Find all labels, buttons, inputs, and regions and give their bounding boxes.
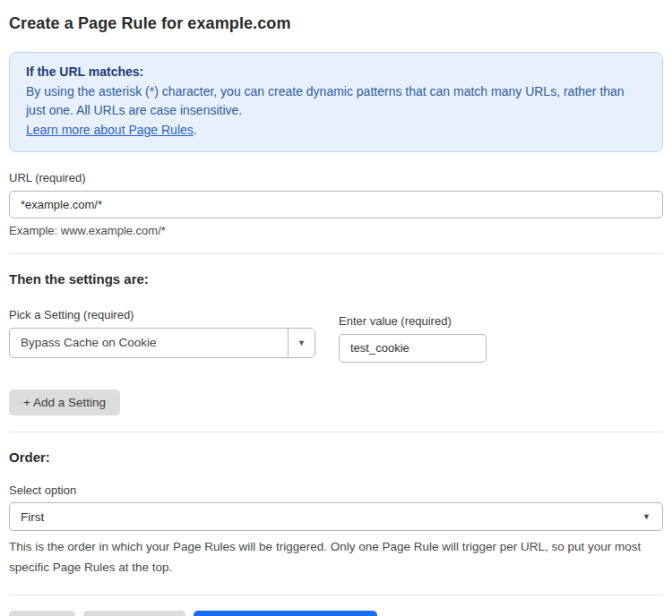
setting-value-input[interactable] (339, 334, 487, 363)
enter-value-column: Enter value (required) (339, 314, 487, 363)
settings-section-heading: Then the settings are: (9, 271, 663, 287)
setting-dropdown[interactable]: Bypass Cache on Cookie ▼ (9, 328, 315, 358)
chevron-down-icon[interactable]: ▼ (288, 329, 314, 357)
info-box-link-line: Learn more about Page Rules. (26, 121, 646, 141)
settings-row: Pick a Setting (required) Bypass Cache o… (9, 308, 663, 363)
url-example-helper: Example: www.example.com/* (9, 224, 663, 237)
order-select[interactable]: First ▼ (9, 502, 663, 531)
setting-dropdown-value: Bypass Cache on Cookie (10, 329, 288, 357)
pick-setting-label: Pick a Setting (required) (9, 308, 315, 321)
page-title: Create a Page Rule for example.com (9, 14, 663, 33)
footer-actions: Cancel Save as Draft Save and Deploy Pag… (9, 611, 663, 616)
learn-more-link[interactable]: Learn more about Page Rules (26, 123, 194, 137)
order-section-heading: Order: (9, 449, 663, 465)
pick-setting-column: Pick a Setting (required) Bypass Cache o… (9, 308, 315, 358)
save-as-draft-button[interactable]: Save as Draft (83, 611, 185, 616)
divider (9, 595, 663, 595)
chevron-down-icon: ▼ (642, 503, 650, 530)
divider (9, 432, 663, 432)
url-match-info-box: If the URL matches: By using the asteris… (9, 52, 663, 152)
page-rule-form: Create a Page Rule for example.com If th… (0, 0, 672, 616)
order-select-label: Select option (9, 483, 663, 497)
url-input[interactable] (9, 191, 663, 218)
url-field-label: URL (required) (9, 171, 663, 184)
link-suffix: . (194, 123, 197, 137)
order-helper-text: This is the order in which your Page Rul… (9, 537, 663, 578)
save-and-deploy-button[interactable]: Save and Deploy Page Rule (194, 611, 378, 616)
order-select-value: First (21, 503, 44, 530)
enter-value-label: Enter value (required) (339, 314, 487, 328)
info-box-body: By using the asterisk (*) character, you… (26, 82, 646, 121)
cancel-button[interactable]: Cancel (9, 611, 75, 616)
add-setting-button[interactable]: + Add a Setting (9, 389, 120, 416)
info-box-heading: If the URL matches: (26, 63, 646, 82)
divider (9, 253, 663, 254)
